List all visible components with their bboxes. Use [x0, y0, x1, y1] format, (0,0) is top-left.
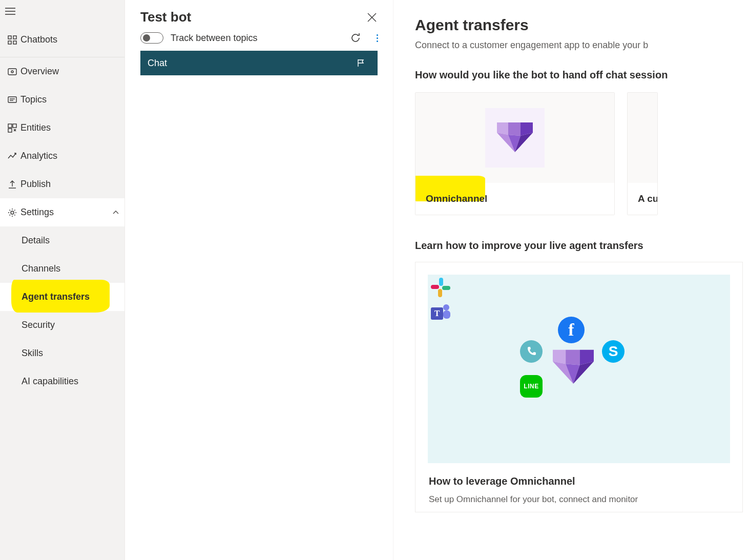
analytics-icon	[4, 152, 20, 161]
svg-rect-27	[442, 286, 450, 290]
svg-rect-9	[8, 124, 12, 128]
sidebar-sub-skills[interactable]: Skills	[0, 339, 124, 367]
learn-card-desc: Set up Omnichannel for your bot, connect…	[429, 494, 729, 505]
flag-icon	[356, 58, 365, 68]
hamburger-menu-button[interactable]	[5, 8, 15, 15]
svg-point-5	[11, 71, 13, 73]
sidebar-sub-channels[interactable]: Channels	[0, 255, 124, 283]
sidebar-sub-agent-transfers[interactable]: Agent transfers	[0, 283, 124, 311]
learn-card-media: f S LINE T	[428, 275, 730, 463]
sidebar-item-label: Chatbots	[20, 34, 124, 45]
sidebar-sub-label: AI capabilities	[22, 376, 78, 387]
reload-button[interactable]	[350, 32, 361, 44]
sidebar-sub-label: Security	[22, 320, 55, 330]
learn-card-title: How to leverage Omnichannel	[429, 475, 729, 487]
svg-marker-34	[553, 350, 566, 364]
phone-icon	[520, 340, 543, 363]
sidebar-sub-label: Details	[22, 235, 50, 246]
sidebar-item-label: Settings	[20, 207, 107, 218]
track-between-topics-label: Track between topics	[171, 33, 343, 44]
close-button[interactable]	[366, 12, 378, 23]
svg-point-16	[11, 211, 14, 214]
learn-card[interactable]: f S LINE T	[415, 262, 743, 512]
overview-icon	[4, 67, 20, 76]
chat-tab-label: Chat	[148, 58, 167, 69]
sidebar-sub-label: Agent transfers	[22, 292, 90, 302]
sidebar-sub-label: Skills	[22, 348, 43, 359]
sidebar-item-topics[interactable]: Topics	[0, 86, 124, 114]
chat-tab[interactable]: Chat	[140, 51, 378, 75]
sidebar: Chatbots Overview Topics Entities	[0, 0, 125, 560]
sidebar-item-overview[interactable]: Overview	[0, 57, 124, 86]
facebook-icon: f	[558, 317, 585, 343]
track-between-topics-toggle[interactable]	[140, 32, 163, 44]
sidebar-item-label: Entities	[20, 122, 124, 133]
option-card-omnichannel[interactable]: Omnichannel	[415, 92, 615, 215]
learn-heading: Learn how to improve your live agent tra…	[415, 240, 749, 252]
option-card-custom[interactable]: A cus	[627, 92, 658, 215]
chevron-up-icon	[107, 209, 124, 216]
handoff-question: How would you like the bot to hand off c…	[415, 69, 749, 81]
omnichannel-logo	[485, 108, 545, 168]
svg-marker-20	[497, 122, 508, 135]
page-subtitle: Connect to a customer engagement app to …	[415, 40, 749, 51]
teams-icon: T	[428, 300, 453, 326]
topics-icon	[4, 95, 20, 105]
sidebar-item-chatbots[interactable]: Chatbots	[0, 26, 124, 54]
svg-rect-26	[439, 278, 443, 286]
main-content: Agent transfers Connect to a customer en…	[393, 0, 749, 560]
sidebar-sub-security[interactable]: Security	[0, 311, 124, 339]
test-bot-title: Test bot	[140, 9, 191, 25]
svg-rect-33	[443, 310, 450, 319]
svg-rect-1	[13, 36, 16, 39]
svg-rect-10	[13, 124, 16, 128]
test-bot-panel: Test bot Track between topics Chat	[125, 0, 393, 560]
svg-rect-4	[8, 69, 16, 75]
sidebar-item-label: Overview	[20, 66, 124, 77]
svg-marker-35	[566, 350, 579, 365]
svg-rect-28	[438, 289, 442, 297]
publish-icon	[4, 180, 20, 189]
svg-rect-0	[8, 36, 11, 39]
option-card-label: Omnichannel	[426, 193, 487, 204]
sidebar-item-label: Topics	[20, 94, 124, 105]
line-icon: LINE	[520, 375, 543, 398]
entities-icon	[4, 123, 20, 133]
slack-icon	[428, 275, 453, 300]
svg-rect-6	[8, 97, 16, 102]
sidebar-item-settings[interactable]: Settings	[0, 198, 124, 226]
svg-rect-3	[13, 41, 16, 44]
handoff-options-row: Omnichannel A cus	[415, 92, 749, 215]
sidebar-item-analytics[interactable]: Analytics	[0, 142, 124, 170]
svg-text:T: T	[434, 309, 440, 318]
sidebar-sub-label: Channels	[22, 263, 60, 274]
sidebar-item-label: Publish	[20, 179, 124, 190]
svg-rect-2	[8, 41, 11, 44]
svg-rect-11	[8, 129, 12, 132]
sidebar-item-label: Analytics	[20, 151, 124, 161]
sidebar-item-publish[interactable]: Publish	[0, 170, 124, 198]
sidebar-sub-details[interactable]: Details	[0, 226, 124, 255]
more-options-button[interactable]	[371, 32, 383, 44]
grid-icon	[4, 35, 20, 45]
gear-icon	[4, 208, 20, 217]
svg-marker-21	[508, 122, 521, 136]
sidebar-item-entities[interactable]: Entities	[0, 114, 124, 142]
svg-point-32	[443, 304, 449, 310]
omnichannel-heart-icon	[553, 349, 594, 385]
svg-rect-29	[431, 285, 439, 289]
page-title: Agent transfers	[415, 16, 749, 34]
skype-icon: S	[602, 340, 625, 363]
sidebar-sub-ai-capabilities[interactable]: AI capabilities	[0, 367, 124, 396]
option-card-label: A cus	[638, 193, 658, 204]
